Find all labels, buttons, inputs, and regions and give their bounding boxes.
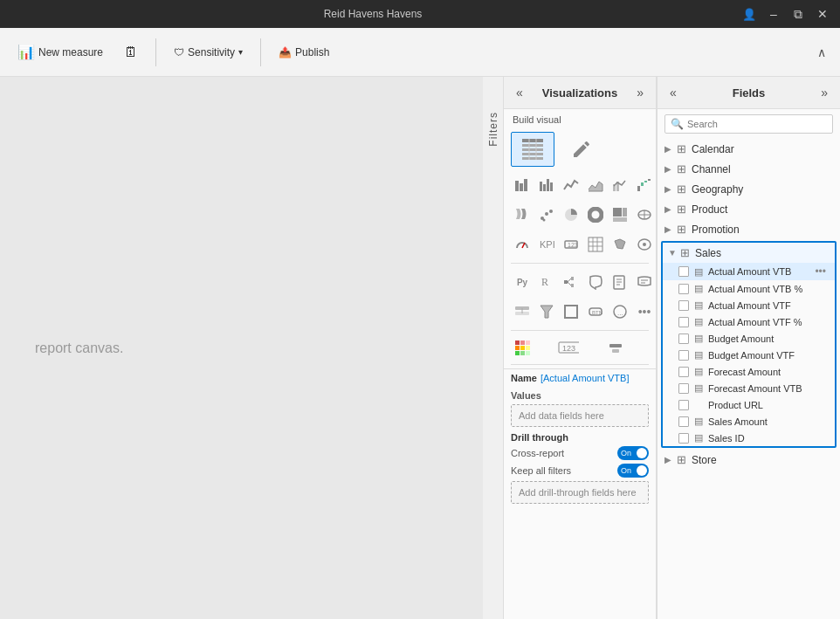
shape-icon[interactable] xyxy=(560,300,582,323)
checkbox-actual-vtf-pct[interactable] xyxy=(678,317,689,327)
field-item-actual-vtf[interactable]: ▤ Actual Amount VTF xyxy=(663,297,835,313)
fields-collapse-button[interactable]: « xyxy=(666,84,680,101)
donut-icon[interactable] xyxy=(584,203,607,226)
fields-list: ▶ ⊞ Calendar ▶ ⊞ Channel ▶ ⊞ Geography ▶… xyxy=(658,139,840,619)
field-group-store[interactable]: ▶ ⊞ Store xyxy=(658,450,840,470)
cross-report-toggle[interactable]: On xyxy=(617,446,649,460)
field-item-budget-amount-vtf[interactable]: ▤ Budget Amount VTF xyxy=(663,347,835,363)
qa-icon[interactable] xyxy=(584,271,607,293)
custom-visual-icon[interactable]: ... xyxy=(609,300,631,323)
checkbox-forecast-vtb[interactable] xyxy=(678,383,689,394)
kpi-icon[interactable]: KPI xyxy=(535,233,558,256)
svg-rect-18 xyxy=(644,181,647,182)
button-icon[interactable]: BTN xyxy=(584,300,607,323)
edit-viz-icon[interactable] xyxy=(560,132,603,167)
svg-rect-3 xyxy=(522,153,543,155)
field-group-channel[interactable]: ▶ ⊞ Channel xyxy=(658,159,840,179)
label-budget-amount: Budget Amount xyxy=(708,334,774,344)
field-item-sales-id[interactable]: ▤ Sales ID xyxy=(663,430,835,446)
viz-drill-drop-zone[interactable]: Add drill-through fields here xyxy=(511,481,649,504)
keep-filters-toggle[interactable]: On xyxy=(617,464,649,478)
table-calc-icon: 🗓 xyxy=(124,45,138,60)
treemap-icon[interactable] xyxy=(609,203,631,226)
combo-chart-icon[interactable] xyxy=(609,174,631,196)
svg-point-43 xyxy=(643,243,646,246)
python-icon[interactable]: Py xyxy=(511,271,534,293)
title-bar: Reid Havens Havens 👤 – ⧉ ✕ xyxy=(0,0,840,28)
checkbox-product-url[interactable] xyxy=(678,400,689,410)
viz-expand-button[interactable]: » xyxy=(633,84,647,101)
promotion-table-icon: ⊞ xyxy=(677,223,686,236)
r-icon[interactable]: R xyxy=(535,271,558,293)
viz-icons-row-2 xyxy=(504,200,656,230)
checkbox-budget-vtf[interactable] xyxy=(678,350,689,361)
filter-icon[interactable] xyxy=(535,300,558,323)
field-group-promotion[interactable]: ▶ ⊞ Promotion xyxy=(658,219,840,239)
bar-range-icon[interactable] xyxy=(604,336,627,359)
filled-map-icon[interactable] xyxy=(609,233,631,256)
gauge-icon[interactable] xyxy=(511,233,534,256)
stacked-bar-icon[interactable] xyxy=(511,174,534,196)
viz-name-bar: Name [Actual Amount VTB] xyxy=(504,368,656,387)
checkbox-actual-vtf[interactable] xyxy=(678,300,689,311)
field-item-actual-amount-vtb[interactable]: ▤ Actual Amount VTB ••• xyxy=(663,263,835,280)
field-group-calendar[interactable]: ▶ ⊞ Calendar xyxy=(658,139,840,159)
table-icon-button[interactable]: 🗓 xyxy=(117,41,145,64)
viz-values-drop-zone[interactable]: Add data fields here xyxy=(511,404,649,427)
collapse-ribbon-button[interactable]: ∧ xyxy=(814,44,830,61)
heatmap-icon[interactable] xyxy=(511,336,534,359)
waterfall-chart-icon[interactable] xyxy=(633,174,656,196)
scatter-icon[interactable] xyxy=(535,203,558,226)
checkbox-actual-vtb-pct[interactable] xyxy=(678,284,689,294)
svg-rect-66 xyxy=(520,340,525,345)
map-icon[interactable] xyxy=(633,203,656,226)
sensitivity-chevron-icon: ▾ xyxy=(238,47,243,57)
minimize-button[interactable]: – xyxy=(763,3,784,24)
smart-narrative-icon[interactable] xyxy=(633,271,656,293)
viz-collapse-button[interactable]: « xyxy=(513,84,527,101)
label-actual-vtf-pct: Actual Amount VTF % xyxy=(708,317,802,327)
checkbox-budget-amount[interactable] xyxy=(678,334,689,344)
fields-search-box[interactable]: 🔍 xyxy=(664,114,833,134)
bar-chart-icon[interactable] xyxy=(535,174,558,196)
field-item-actual-vtb-pct[interactable]: ▤ Actual Amount VTB % xyxy=(663,280,835,297)
more-visuals-icon[interactable]: ••• xyxy=(633,300,656,323)
field-item-forecast-amount[interactable]: ▤ Forecast Amount xyxy=(663,363,835,380)
field-item-forecast-vtb[interactable]: ▤ Forecast Amount VTB xyxy=(663,380,835,396)
table-viz-icon[interactable] xyxy=(511,132,554,167)
more-options-actual-vtb[interactable]: ••• xyxy=(813,265,828,278)
field-item-actual-vtf-pct[interactable]: ▤ Actual Amount VTF % xyxy=(663,313,835,330)
matrix-icon[interactable] xyxy=(584,233,607,256)
fields-expand-button[interactable]: » xyxy=(817,84,831,101)
line-chart-icon[interactable] xyxy=(560,174,582,196)
card-icon[interactable]: 123 xyxy=(560,233,582,256)
field-item-product-url[interactable]: ▤ Product URL xyxy=(663,396,835,413)
checkbox-sales-amount[interactable] xyxy=(678,416,689,427)
new-measure-button[interactable]: 📊 New measure xyxy=(10,40,110,64)
field-group-product[interactable]: ▶ ⊞ Product xyxy=(658,199,840,219)
field-item-sales-amount[interactable]: ▤ Sales Amount xyxy=(663,413,835,430)
field-group-geography[interactable]: ▶ ⊞ Geography xyxy=(658,179,840,199)
svg-rect-69 xyxy=(520,346,525,350)
checkbox-actual-amount-vtb[interactable] xyxy=(678,266,689,277)
field-item-budget-amount[interactable]: ▤ Budget Amount xyxy=(663,330,835,347)
ribbon-chart-icon[interactable] xyxy=(511,203,534,226)
paginated-icon[interactable] xyxy=(609,271,631,293)
label-product-url: Product URL xyxy=(708,400,763,410)
publish-button[interactable]: 📤 Publish xyxy=(272,43,336,62)
checkbox-sales-id[interactable] xyxy=(678,433,689,444)
search-input[interactable] xyxy=(687,119,827,129)
slicer-icon[interactable] xyxy=(511,300,534,323)
toolbar-divider-1 xyxy=(155,38,156,66)
number-card-icon[interactable]: 123 xyxy=(557,336,580,359)
svg-rect-1 xyxy=(522,144,543,147)
sensitivity-button[interactable]: 🛡 Sensitivity ▾ xyxy=(167,43,250,62)
field-group-sales-header[interactable]: ▼ ⊞ Sales xyxy=(663,243,835,263)
area-chart-icon[interactable] xyxy=(584,174,607,196)
pie-chart-icon[interactable] xyxy=(560,203,582,226)
checkbox-forecast[interactable] xyxy=(678,367,689,377)
decomp-tree-icon[interactable] xyxy=(560,271,582,293)
close-button[interactable]: ✕ xyxy=(812,3,833,24)
azure-map-icon[interactable] xyxy=(633,233,656,256)
restore-button[interactable]: ⧉ xyxy=(788,3,809,24)
